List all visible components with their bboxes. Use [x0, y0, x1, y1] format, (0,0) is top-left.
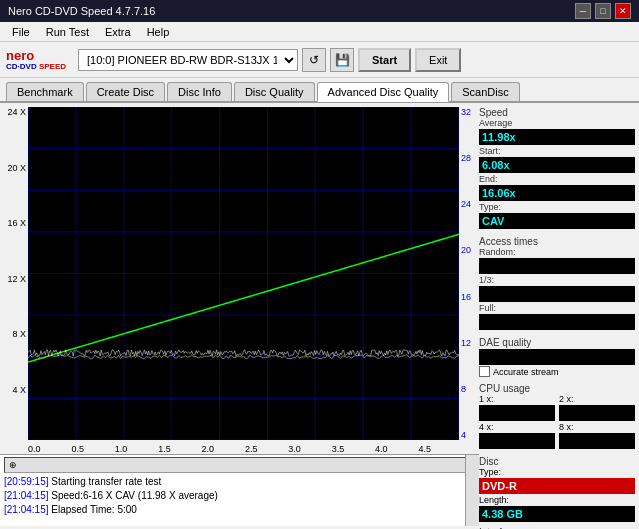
x4-value: [479, 433, 555, 449]
average-label: Average: [479, 118, 635, 128]
tab-create-disc[interactable]: Create Disc: [86, 82, 165, 101]
x2-label: 2 x:: [559, 394, 635, 404]
speed-chart: [28, 107, 459, 440]
average-value: 11.98x: [479, 129, 635, 145]
speed-section: Speed Average 11.98x Start: 6.08x End: 1…: [479, 107, 635, 230]
type-label: Type:: [479, 202, 635, 212]
onethird-label: 1/3:: [479, 275, 635, 285]
random-value: [479, 258, 635, 274]
access-section: Access times Random: 1/3: Full:: [479, 236, 635, 331]
x1-value: [479, 405, 555, 421]
start-button[interactable]: Start: [358, 48, 411, 72]
log-line-1: [20:59:15] Starting transfer rate test: [4, 475, 475, 489]
access-title: Access times: [479, 236, 635, 247]
x4-label: 4 x:: [479, 422, 555, 432]
main-content: 24 X 20 X 16 X 12 X 8 X 4 X 32 28 24 20 …: [0, 103, 639, 526]
window-title: Nero CD-DVD Speed 4.7.7.16: [8, 5, 575, 17]
log-scrollbar[interactable]: [465, 455, 479, 526]
log-header: ⊕: [5, 460, 21, 470]
cpu-section: CPU usage 1 x: 2 x: 4 x: 8 x:: [479, 383, 635, 450]
dae-section: DAE quality Accurate stream: [479, 337, 635, 377]
x8-value: [559, 433, 635, 449]
full-label: Full:: [479, 303, 635, 313]
titlebar: Nero CD-DVD Speed 4.7.7.16 ─ □ ✕: [0, 0, 639, 22]
tab-disc-quality[interactable]: Disc Quality: [234, 82, 315, 101]
end-value: 16.06x: [479, 185, 635, 201]
log-line-3: [21:04:15] Elapsed Time: 5:00: [4, 503, 475, 517]
dae-title: DAE quality: [479, 337, 635, 348]
disc-length-value: 4.38 GB: [479, 506, 635, 522]
menu-help[interactable]: Help: [139, 24, 178, 40]
toolbar: nero CD·DVD SPEED [10:0] PIONEER BD-RW B…: [0, 42, 639, 78]
x2-value: [559, 405, 635, 421]
menu-file[interactable]: File: [4, 24, 38, 40]
right-panel: Speed Average 11.98x Start: 6.08x End: 1…: [479, 103, 639, 526]
logo-sub: CD·DVD SPEED: [6, 62, 66, 71]
tab-advanced-disc-quality[interactable]: Advanced Disc Quality: [317, 82, 450, 102]
menu-extra[interactable]: Extra: [97, 24, 139, 40]
x-axis: 0.0 0.5 1.0 1.5 2.0 2.5 3.0 3.5 4.0 4.5: [0, 444, 459, 454]
y-axis-right: 32 28 24 20 16 12 8 4: [459, 103, 479, 444]
save-button[interactable]: 💾: [330, 48, 354, 72]
window-controls: ─ □ ✕: [575, 3, 631, 19]
cpu-row-1: 1 x: 2 x:: [479, 394, 635, 422]
minimize-button[interactable]: ─: [575, 3, 591, 19]
accurate-stream-checkbox[interactable]: [479, 366, 490, 377]
x8-label: 8 x:: [559, 422, 635, 432]
maximize-button[interactable]: □: [595, 3, 611, 19]
tab-scandisc[interactable]: ScanDisc: [451, 82, 519, 101]
full-value: [479, 314, 635, 330]
tab-disc-info[interactable]: Disc Info: [167, 82, 232, 101]
tab-benchmark[interactable]: Benchmark: [6, 82, 84, 101]
accurate-stream-row: Accurate stream: [479, 366, 635, 377]
menubar: File Run Test Extra Help: [0, 22, 639, 42]
logo: nero CD·DVD SPEED: [6, 49, 66, 71]
tab-bar: Benchmark Create Disc Disc Info Disc Qua…: [0, 78, 639, 103]
disc-length-label: Length:: [479, 495, 635, 505]
disc-type-label: Type:: [479, 467, 635, 477]
log-line-2: [21:04:15] Speed:6-16 X CAV (11.98 X ave…: [4, 489, 475, 503]
disc-section: Disc Type: DVD-R Length: 4.38 GB: [479, 456, 635, 523]
end-label: End:: [479, 174, 635, 184]
y-axis-left: 24 X 20 X 16 X 12 X 8 X 4 X: [0, 103, 28, 444]
start-value: 6.08x: [479, 157, 635, 173]
drive-selector[interactable]: [10:0] PIONEER BD-RW BDR-S13JX 1.01: [78, 49, 298, 71]
dae-value: [479, 349, 635, 365]
random-label: Random:: [479, 247, 635, 257]
speed-title: Speed: [479, 107, 635, 118]
menu-runtest[interactable]: Run Test: [38, 24, 97, 40]
cpu-title: CPU usage: [479, 383, 635, 394]
disc-type-value: DVD-R: [479, 478, 635, 494]
log-area: ⊕ [20:59:15] Starting transfer rate test…: [0, 454, 479, 526]
close-button[interactable]: ✕: [615, 3, 631, 19]
start-label: Start:: [479, 146, 635, 156]
logo-nero: nero: [6, 49, 66, 62]
x1-label: 1 x:: [479, 394, 555, 404]
type-value: CAV: [479, 213, 635, 229]
onethird-value: [479, 286, 635, 302]
exit-button[interactable]: Exit: [415, 48, 461, 72]
disc-title: Disc: [479, 456, 635, 467]
accurate-stream-label: Accurate stream: [493, 367, 559, 377]
refresh-button[interactable]: ↺: [302, 48, 326, 72]
cpu-row-2: 4 x: 8 x:: [479, 422, 635, 450]
